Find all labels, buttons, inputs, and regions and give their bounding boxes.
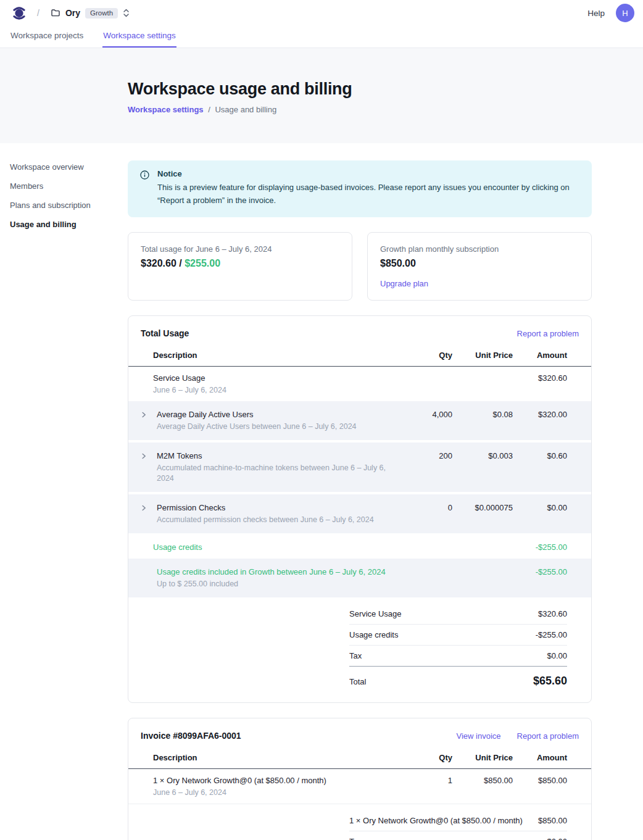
notice-banner: Notice This is a preview feature for dis…	[128, 160, 592, 217]
summary-label: Tax	[349, 837, 547, 840]
column-description: Description	[153, 753, 403, 762]
usage-amount-separator: /	[179, 258, 181, 268]
row-amount: $320.60	[513, 373, 567, 384]
row-amount: -$255.00	[513, 542, 567, 553]
invoice-title: Invoice #8099AFA6-0001	[141, 731, 457, 741]
summary-label: Usage credits	[349, 630, 536, 639]
summary-row-tax: Tax $0.00	[349, 646, 567, 667]
sidebar-item-workspace-overview[interactable]: Workspace overview	[10, 159, 120, 175]
selector-icon	[123, 8, 130, 18]
report-a-problem-link[interactable]: Report a problem	[517, 731, 579, 741]
table-row-average-daily-active-users: Average Daily Active Users Average Daily…	[128, 401, 591, 440]
row-qty: 200	[403, 447, 452, 465]
row-note: Up to $ 255.00 included	[157, 579, 403, 589]
summary-value: $0.00	[547, 651, 567, 660]
table-header: Description Qty Unit Price Amount	[128, 351, 591, 367]
breadcrumb-link-workspace-settings[interactable]: Workspace settings	[128, 105, 204, 114]
settings-sidebar: Workspace overview Members Plans and sub…	[0, 143, 128, 236]
workspace-plan-badge: Growth	[85, 8, 118, 19]
column-amount: Amount	[513, 351, 567, 360]
notice-title: Notice	[157, 169, 579, 178]
column-amount: Amount	[513, 753, 567, 762]
row-title: Usage credits included in Growth between…	[157, 567, 403, 578]
folder-icon	[51, 8, 60, 18]
summary-label: Service Usage	[349, 609, 538, 618]
row-title: Usage credits	[153, 542, 403, 553]
row-amount: $0.00	[513, 499, 567, 517]
row-unit-price: $850.00	[452, 775, 513, 786]
summary-label: Tax	[349, 651, 547, 660]
total-usage-card: Total Usage Report a problem Description…	[128, 315, 592, 703]
row-unit-price: $0.08	[452, 405, 513, 424]
table-row-usage-credits: Usage credits -$255.00	[128, 536, 591, 559]
row-qty: 1	[403, 775, 452, 786]
row-title: M2M Tokens	[157, 451, 403, 462]
row-period: June 6 – July 6, 2024	[153, 788, 403, 798]
column-unit-price: Unit Price	[452, 753, 513, 762]
view-invoice-link[interactable]: View invoice	[457, 731, 501, 741]
invoice-card: Invoice #8099AFA6-0001 View invoice Repo…	[128, 718, 592, 840]
row-qty: 0	[403, 499, 452, 517]
summary-value: -$255.00	[536, 630, 567, 639]
tab-workspace-settings[interactable]: Workspace settings	[102, 26, 176, 48]
hero-band: Workspace usage and billing Workspace se…	[0, 48, 643, 143]
column-qty: Qty	[403, 753, 452, 762]
avatar[interactable]: H	[616, 4, 634, 22]
top-navigation: / Ory Growth Help H	[0, 0, 643, 26]
main-content: Notice This is a preview feature for dis…	[128, 143, 592, 840]
summary-value: $320.60	[538, 609, 567, 618]
table-row-invoice-line: 1 × Ory Network Growth@0 (at $850.00 / m…	[128, 769, 591, 804]
ory-logo[interactable]	[11, 5, 27, 21]
page-title: Workspace usage and billing	[128, 80, 643, 99]
avatar-initial: H	[622, 9, 628, 18]
total-value: $65.60	[533, 675, 567, 688]
total-label: Total	[349, 677, 533, 686]
row-amount: $850.00	[513, 775, 567, 786]
breadcrumb-separator: /	[37, 8, 39, 18]
notice-body: This is a preview feature for displaying…	[157, 181, 579, 207]
row-unit-price: $0.000075	[452, 499, 513, 517]
workspace-tabbar: Workspace projects Workspace settings	[0, 26, 643, 48]
usage-period-label: Total usage for June 6 – July 6, 2024	[141, 244, 339, 254]
row-period: June 6 – July 6, 2024	[153, 385, 403, 396]
chevron-right-icon[interactable]	[140, 405, 157, 418]
row-title: Permission Checks	[157, 502, 403, 514]
summary-row-total: Total $65.60	[349, 667, 567, 688]
subscription-stat-card: Growth plan monthly subscription $850.00…	[367, 232, 592, 301]
sidebar-item-members[interactable]: Members	[10, 178, 120, 194]
table-row-usage-credits-detail: Usage credits included in Growth between…	[128, 559, 591, 597]
workspace-name: Ory	[65, 8, 80, 18]
row-amount: $320.00	[513, 405, 567, 424]
summary-row-usage-credits: Usage credits -$255.00	[349, 625, 567, 646]
upgrade-plan-link[interactable]: Upgrade plan	[380, 279, 428, 288]
column-qty: Qty	[403, 351, 452, 360]
help-link[interactable]: Help	[587, 9, 605, 18]
table-row-service-usage: Service Usage June 6 – July 6, 2024 $320…	[128, 367, 591, 401]
chevron-right-icon[interactable]	[140, 447, 157, 460]
summary-row-tax: Tax $0.00	[349, 831, 567, 840]
report-a-problem-link[interactable]: Report a problem	[517, 329, 579, 338]
tab-workspace-projects[interactable]: Workspace projects	[10, 26, 84, 48]
usage-amount-included: $255.00	[185, 258, 220, 268]
chevron-right-icon[interactable]	[140, 499, 157, 512]
table-row-permission-checks: Permission Checks Accumulated permission…	[128, 494, 591, 533]
row-title: 1 × Ory Network Growth@0 (at $850.00 / m…	[153, 775, 403, 786]
summary-row-service-usage: Service Usage $320.60	[349, 604, 567, 625]
usage-summary: Service Usage $320.60 Usage credits -$25…	[349, 604, 567, 688]
row-title: Service Usage	[153, 373, 403, 384]
row-title: Average Daily Active Users	[157, 409, 403, 420]
column-description: Description	[153, 351, 403, 360]
row-amount: -$255.00	[513, 563, 567, 581]
subscription-label: Growth plan monthly subscription	[380, 244, 579, 254]
subscription-amount: $850.00	[380, 258, 579, 269]
usage-amount: $320.60 / $255.00	[141, 258, 339, 269]
summary-value: $850.00	[538, 816, 567, 825]
total-usage-stat-card: Total usage for June 6 – July 6, 2024 $3…	[128, 232, 352, 301]
ory-logo-icon	[11, 5, 27, 21]
row-description: Accumulated permission checks between Ju…	[157, 515, 403, 525]
total-usage-title: Total Usage	[141, 328, 517, 338]
sidebar-item-usage-and-billing[interactable]: Usage and billing	[10, 217, 120, 232]
table-header: Description Qty Unit Price Amount	[128, 753, 591, 769]
sidebar-item-plans-and-subscription[interactable]: Plans and subscription	[10, 198, 120, 213]
workspace-switcher[interactable]: Ory Growth	[51, 8, 130, 19]
